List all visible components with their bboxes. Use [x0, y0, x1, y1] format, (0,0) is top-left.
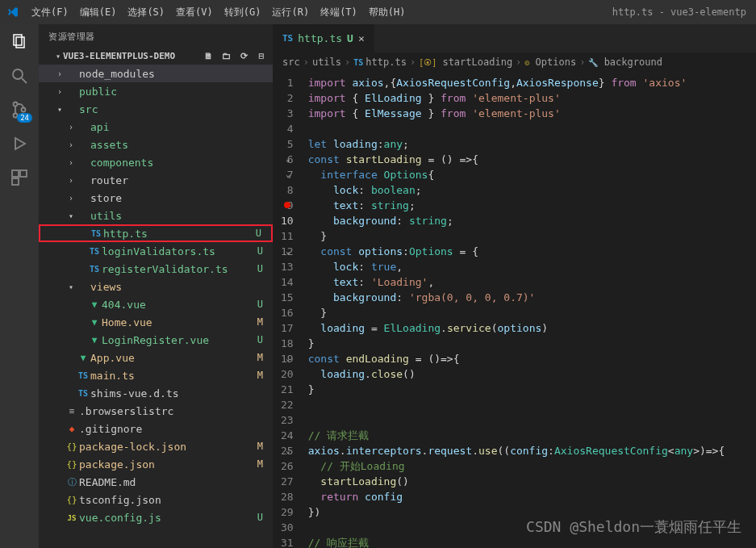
folder-item[interactable]: ›api: [39, 118, 273, 136]
collapse-icon[interactable]: ⊟: [255, 51, 268, 61]
file-item[interactable]: ▼Home.vueM: [39, 313, 273, 331]
code-line[interactable]: background: string;: [308, 213, 725, 228]
breadcrumb-item[interactable]: utils: [312, 56, 341, 68]
menu-item[interactable]: 帮助(H): [363, 2, 411, 23]
code-line[interactable]: startLoading(): [308, 474, 725, 489]
folder-item[interactable]: ›router: [39, 171, 273, 189]
file-item[interactable]: ▼404.vueU: [39, 295, 273, 313]
folder-item[interactable]: ›components: [39, 153, 273, 171]
explorer-icon[interactable]: [8, 31, 31, 53]
code-line[interactable]: // 响应拦截: [308, 535, 725, 548]
file-item[interactable]: TSregisterValidator.tsU: [39, 260, 273, 278]
menu-item[interactable]: 文件(F): [26, 2, 74, 23]
folder-item[interactable]: ›public: [39, 82, 273, 100]
code-line[interactable]: [308, 121, 725, 136]
breadcrumb-item[interactable]: [⦿] startLoading: [419, 56, 512, 68]
code-line[interactable]: background: 'rgba(0, 0, 0, 0.7)': [308, 290, 725, 305]
file-item[interactable]: {}package-lock.jsonM: [39, 437, 273, 455]
folder-item[interactable]: ▾utils: [39, 207, 273, 224]
breadcrumbs[interactable]: src›utils›TShttp.ts›[⦿] startLoading›⊙ O…: [273, 52, 756, 72]
code-line[interactable]: import axios,{AxiosRequestConfig,AxiosRe…: [308, 75, 725, 90]
code-line[interactable]: const startLoading = () =>{: [308, 152, 725, 167]
code-line[interactable]: let loading:any;: [308, 136, 725, 152]
chevron-right-icon: ›: [303, 56, 309, 68]
project-root[interactable]: ▾ VUE3-ELEMENTPLUS-DEMO 🗎 🗀 ⟳ ⊟: [39, 49, 273, 63]
file-item[interactable]: ⓘREADME.md: [39, 473, 273, 491]
code-line[interactable]: import { ElMessage } from 'element-plus': [308, 106, 725, 121]
file-item[interactable]: TSshims-vue.d.ts: [39, 384, 273, 402]
file-item[interactable]: {}tsconfig.json: [39, 491, 273, 508]
fold-icon[interactable]: ⌄: [286, 351, 290, 366]
code-line[interactable]: [308, 412, 725, 428]
fold-icon[interactable]: ⌄: [286, 152, 290, 167]
file-item[interactable]: ▼App.vueM: [39, 349, 273, 366]
code-line[interactable]: [308, 397, 725, 412]
code-line[interactable]: axios.interceptors.request.use((config:A…: [308, 443, 725, 458]
code-line[interactable]: }: [308, 228, 725, 244]
run-debug-icon[interactable]: [8, 132, 31, 155]
refresh-icon[interactable]: ⟳: [237, 51, 250, 61]
file-item[interactable]: TSloginValidators.tsU: [39, 242, 273, 260]
breakpoint-icon[interactable]: [284, 202, 290, 208]
code-line[interactable]: // 开始Loading: [308, 458, 725, 474]
code-line[interactable]: text: 'Loading',: [308, 274, 725, 290]
code-line[interactable]: import { ElLoading } from 'element-plus': [308, 90, 725, 106]
folder-item[interactable]: ›assets: [39, 136, 273, 153]
code-line[interactable]: return config: [308, 489, 725, 504]
file-item[interactable]: TShttp.tsU: [39, 224, 273, 242]
code-line[interactable]: loading = ElLoading.service(options): [308, 320, 725, 336]
menu-bar: 文件(F)编辑(E)选择(S)查看(V)转到(G)运行(R)终端(T)帮助(H): [26, 2, 411, 23]
tree-item-label: loginValidators.ts: [102, 245, 254, 257]
search-icon[interactable]: [8, 65, 31, 87]
tree-item-label: registerValidator.ts: [102, 263, 254, 275]
code-line[interactable]: }: [308, 382, 725, 397]
code-line[interactable]: }: [308, 305, 725, 320]
code-line[interactable]: lock: true,: [308, 259, 725, 274]
code-line[interactable]: lock: boolean;: [308, 182, 725, 198]
code-line[interactable]: [308, 520, 725, 535]
menu-item[interactable]: 转到(G): [219, 2, 267, 23]
menu-item[interactable]: 运行(R): [266, 2, 315, 23]
file-tree: ›node_modules›public▾src›api›assets›comp…: [39, 63, 273, 548]
breadcrumb-item[interactable]: src: [282, 56, 300, 68]
code-line[interactable]: const options:Options = {: [308, 244, 725, 259]
line-number: 8: [281, 182, 294, 198]
code-editor[interactable]: 123456⌄7⌄89101112⌄13141516171819⌄2021222…: [273, 72, 756, 548]
code-line[interactable]: loading.close(): [308, 366, 725, 382]
file-item[interactable]: ▼LoginRegister.vueU: [39, 331, 273, 349]
folder-item[interactable]: ▾views: [39, 278, 273, 295]
code-line[interactable]: interface Options{: [308, 167, 725, 182]
code-line[interactable]: }: [308, 336, 725, 351]
folder-item[interactable]: ›node_modules: [39, 65, 273, 82]
tab-http-ts[interactable]: TS http.ts U ×: [273, 24, 375, 52]
breadcrumb-item[interactable]: 🔧 background: [588, 56, 662, 68]
file-item[interactable]: ≡.browserslistrc: [39, 402, 273, 420]
new-file-icon[interactable]: 🗎: [202, 51, 215, 61]
file-item[interactable]: JSvue.config.jsU: [39, 508, 273, 526]
extensions-icon[interactable]: [8, 166, 31, 189]
folder-item[interactable]: ▾src: [39, 100, 273, 118]
file-item[interactable]: {}package.jsonM: [39, 455, 273, 473]
menu-item[interactable]: 选择(S): [122, 2, 170, 23]
menu-item[interactable]: 终端(T): [315, 2, 363, 23]
breadcrumb-item[interactable]: TShttp.ts: [353, 56, 407, 68]
code-line[interactable]: const endLoading = ()=>{: [308, 351, 725, 366]
code-content[interactable]: import axios,{AxiosRequestConfig,AxiosRe…: [308, 72, 725, 548]
source-control-icon[interactable]: 24: [8, 98, 31, 121]
new-folder-icon[interactable]: 🗀: [219, 51, 232, 61]
folder-item[interactable]: ›store: [39, 189, 273, 207]
code-line[interactable]: text: string;: [308, 198, 725, 213]
breadcrumb-item[interactable]: ⊙ Options: [524, 56, 576, 68]
menu-item[interactable]: 查看(V): [170, 2, 219, 23]
fold-icon[interactable]: ⌄: [286, 167, 290, 182]
fold-icon[interactable]: ⌄: [286, 244, 290, 259]
file-item[interactable]: TSmain.tsM: [39, 366, 273, 384]
close-icon[interactable]: ×: [358, 32, 365, 44]
code-line[interactable]: }): [308, 504, 725, 520]
file-item[interactable]: ◆.gitignore: [39, 420, 273, 437]
menu-item[interactable]: 编辑(E): [74, 2, 123, 23]
code-line[interactable]: // 请求拦截: [308, 428, 725, 443]
explorer-actions: 🗎 🗀 ⟳ ⊟: [202, 51, 268, 61]
fold-icon[interactable]: ⌄: [286, 443, 290, 458]
svg-point-2: [13, 69, 23, 79]
